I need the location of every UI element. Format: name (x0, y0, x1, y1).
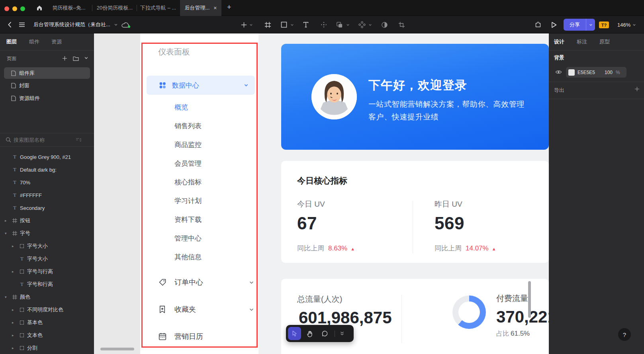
crop-tool-icon[interactable] (398, 16, 405, 33)
text-layer-icon: T (11, 154, 18, 160)
new-tab-button[interactable]: + (227, 3, 231, 12)
fullscreen-window-button[interactable] (20, 6, 25, 11)
layer-row[interactable]: ▾字号 (0, 227, 94, 240)
frame-tool-icon[interactable] (264, 16, 271, 33)
group-layer-icon (18, 346, 25, 350)
collapse-arrow-icon[interactable]: ▾ (5, 231, 11, 235)
add-page-icon[interactable] (62, 56, 67, 61)
expand-arrow-icon[interactable]: ▸ (12, 270, 18, 274)
welcome-banner[interactable]: 下午好，欢迎登录 一站式智能营销解决方案，帮助你、高效管理客户、快速提升业绩 (281, 44, 549, 150)
layer-row[interactable]: TGoogle Grey 900, #21 (0, 151, 94, 163)
add-export-icon[interactable] (634, 86, 640, 92)
up-triangle-icon: ▲ (350, 246, 355, 251)
tab-components[interactable]: 组件 (29, 33, 39, 50)
share-button[interactable]: 分享 (564, 21, 586, 28)
shape-chevron-down-icon[interactable] (290, 16, 294, 33)
tab-resources[interactable]: 资源 (51, 33, 62, 50)
layer-row[interactable]: T字号大小 (0, 252, 94, 265)
font-missing-badge[interactable]: T? (599, 22, 609, 28)
expand-arrow-icon[interactable]: ▸ (12, 321, 18, 325)
layer-row[interactable]: ▸字号与行高 (0, 265, 94, 278)
component-tool-icon[interactable] (358, 16, 366, 33)
transform-tool-icon[interactable] (320, 16, 327, 33)
browser-tab[interactable]: 下拉式导航 – ... (139, 0, 178, 16)
zoom-control[interactable]: 146% (617, 16, 636, 33)
share-chevron-down-icon[interactable] (586, 23, 595, 27)
color-swatch[interactable] (568, 69, 575, 76)
page-item-cover[interactable]: 封面 (0, 80, 94, 92)
insert-chevron-down-icon[interactable] (249, 16, 253, 33)
export-section-label: 导出 (554, 87, 564, 94)
canvas-vertical-scrollbar[interactable] (528, 281, 531, 318)
layer-row[interactable]: ▸基本色 (0, 316, 94, 329)
layer-row[interactable]: ▸文本色 (0, 329, 94, 342)
page-folder-icon[interactable] (73, 56, 79, 61)
tab-prototype[interactable]: 原型 (599, 33, 610, 50)
page-item-resource-components[interactable]: 资源组件 (0, 92, 94, 105)
color-hex-value[interactable]: E5E5E5 (577, 70, 601, 75)
mask-tool-icon[interactable] (381, 16, 388, 33)
browser-tab-active[interactable]: 后台管理... × (180, 0, 221, 16)
main-menu-icon[interactable] (18, 16, 25, 33)
expand-arrow-icon[interactable]: ▸ (5, 219, 11, 223)
collapse-chevrons-icon[interactable] (337, 327, 347, 340)
background-color-input[interactable]: E5E5E5 100 % (566, 67, 626, 78)
title-chevron-down-icon[interactable] (114, 16, 118, 33)
design-canvas[interactable]: 仪表面板 数据中心 概览 销售列表 商品监控 会员管理 核心指标 学习计划 资料… (94, 33, 549, 354)
sort-filter-icon[interactable] (76, 137, 82, 143)
layer-row[interactable]: ▸不同明度对比色 (0, 303, 94, 316)
expand-arrow-icon[interactable]: ▸ (12, 308, 18, 312)
help-button[interactable]: ? (618, 328, 631, 341)
expand-arrow-icon[interactable]: ▸ (12, 244, 18, 248)
shape-tool-icon[interactable] (281, 16, 287, 33)
document-title: 后台管理系统设计规范（来自社... (33, 16, 110, 33)
close-tab-icon[interactable]: × (213, 5, 217, 11)
close-window-button[interactable] (4, 6, 9, 11)
zoom-level: 146% (617, 22, 630, 28)
paid-traffic-label: 付费流量 (496, 293, 528, 304)
traffic-divider (401, 295, 402, 343)
hand-tool[interactable] (303, 327, 316, 340)
layer-row[interactable]: T70% (0, 176, 94, 189)
search-input[interactable] (14, 137, 73, 143)
back-button[interactable] (6, 16, 14, 33)
select-cursor-tool[interactable] (288, 327, 301, 340)
expand-arrow-icon[interactable]: ▸ (12, 346, 18, 350)
panel-divider (549, 99, 644, 99)
page-item-component-library[interactable]: 组件库 (0, 67, 94, 80)
insert-tool-icon[interactable] (241, 16, 247, 33)
layer-row[interactable]: ▸分割 (0, 342, 94, 354)
boolean-chevron-down-icon[interactable] (346, 16, 350, 33)
tab-annotate[interactable]: 标注 (577, 33, 587, 50)
collapse-arrow-icon[interactable]: ▾ (5, 295, 11, 299)
minimize-window-button[interactable] (12, 6, 17, 11)
tab-design[interactable]: 设计 (554, 33, 564, 50)
expand-arrow-icon[interactable]: ▸ (12, 333, 18, 337)
component-chevron-down-icon[interactable] (368, 16, 372, 33)
tab-layers[interactable]: 图层 (6, 33, 17, 50)
browser-tab[interactable]: 简历模板–免... (47, 0, 91, 16)
plugin-icon[interactable] (534, 16, 542, 33)
opacity-value[interactable]: 100 (605, 70, 613, 75)
cloud-sync-icon[interactable] (121, 16, 130, 33)
layer-row[interactable]: ▸按钮 (0, 214, 94, 227)
home-icon[interactable] (36, 5, 43, 11)
layer-row[interactable]: T字号和行高 (0, 278, 94, 291)
browser-tab[interactable]: 20份简历模板... (94, 0, 135, 16)
stat-compare-row: 同比上周8.63%▲ (297, 244, 355, 253)
comment-tool[interactable] (318, 327, 331, 340)
present-play-icon[interactable] (550, 16, 558, 33)
pages-chevron-down-icon[interactable] (84, 56, 88, 60)
layer-row[interactable]: ▾颜色 (0, 291, 94, 303)
text-tool-icon[interactable] (303, 16, 309, 33)
sync-status-dot (128, 25, 130, 28)
layer-row[interactable]: ▸字号大小 (0, 240, 94, 252)
window-controls (4, 6, 28, 13)
visibility-eye-icon[interactable] (555, 69, 562, 75)
boolean-tool-icon[interactable] (336, 16, 343, 33)
tab-divider (137, 5, 137, 11)
layer-row[interactable]: TDefault dark bg: (0, 163, 94, 176)
layer-row[interactable]: TSecondary (0, 201, 94, 214)
layer-row[interactable]: T#FFFFFF (0, 189, 94, 201)
canvas-horizontal-scrollbar[interactable] (100, 348, 134, 350)
